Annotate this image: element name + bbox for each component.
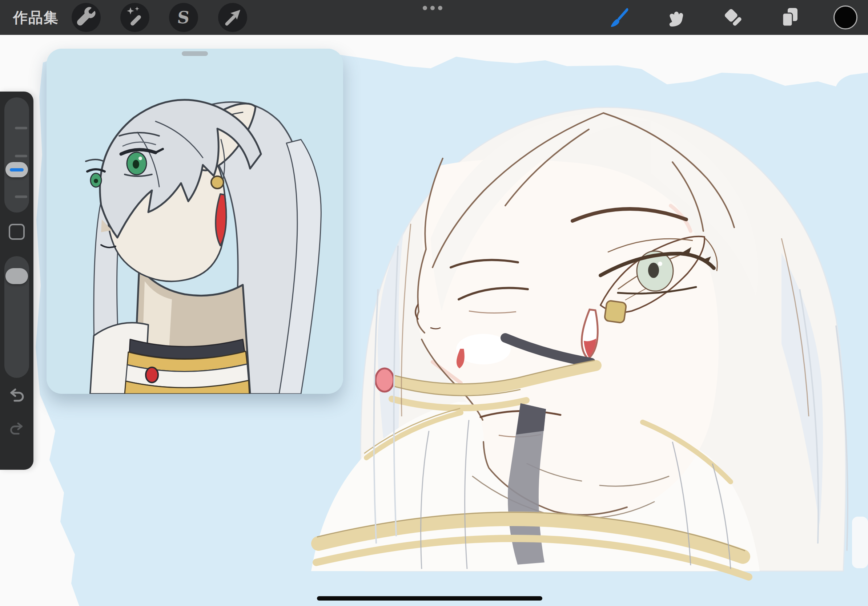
reference-artwork — [46, 49, 343, 394]
transform-arrow-icon — [221, 6, 244, 29]
ellipsis-icon — [438, 6, 442, 10]
smudge-tool-button[interactable] — [664, 5, 690, 31]
actions-button[interactable] — [71, 3, 101, 32]
brush-size-value-bar — [10, 168, 23, 172]
home-indicator-bar[interactable] — [317, 596, 542, 601]
brush-opacity-handle[interactable] — [5, 268, 28, 284]
smudge-finger-icon — [665, 6, 688, 29]
color-swatch-button[interactable] — [834, 5, 857, 29]
selection-s-icon: S — [177, 9, 191, 26]
top-toolbar: 作品集 S — [0, 0, 868, 35]
undo-button[interactable] — [8, 386, 25, 404]
reference-drag-handle[interactable] — [182, 51, 208, 56]
toolbar-overflow-handle[interactable] — [423, 6, 442, 10]
wrench-icon — [74, 6, 98, 29]
modify-square-button[interactable] — [9, 224, 25, 240]
reference-companion-window[interactable] — [46, 49, 343, 394]
brush-size-handle[interactable] — [5, 162, 28, 177]
slider-tick — [15, 195, 27, 198]
gallery-button[interactable]: 作品集 — [13, 0, 59, 35]
paint-brush-icon — [608, 6, 631, 29]
procreate-window: 作品集 S — [0, 0, 868, 606]
layers-icon — [778, 6, 801, 29]
adjustments-button[interactable] — [120, 3, 149, 32]
erase-tool-button[interactable] — [720, 5, 746, 31]
layers-button[interactable] — [777, 5, 803, 31]
redo-button[interactable] — [9, 421, 25, 437]
selection-button[interactable]: S — [169, 3, 198, 32]
ellipsis-icon — [430, 6, 435, 10]
slider-tick — [15, 155, 27, 157]
eraser-icon — [722, 6, 745, 29]
redo-arrow-icon — [9, 421, 25, 437]
magic-wand-icon — [123, 6, 146, 29]
undo-arrow-icon — [8, 386, 25, 404]
ellipsis-icon — [423, 6, 427, 10]
paint-tool-button[interactable] — [606, 5, 632, 31]
brush-size-slider[interactable] — [5, 97, 29, 213]
brush-sidebar — [0, 91, 33, 470]
transform-button[interactable] — [218, 3, 247, 32]
slider-tick — [15, 127, 27, 129]
